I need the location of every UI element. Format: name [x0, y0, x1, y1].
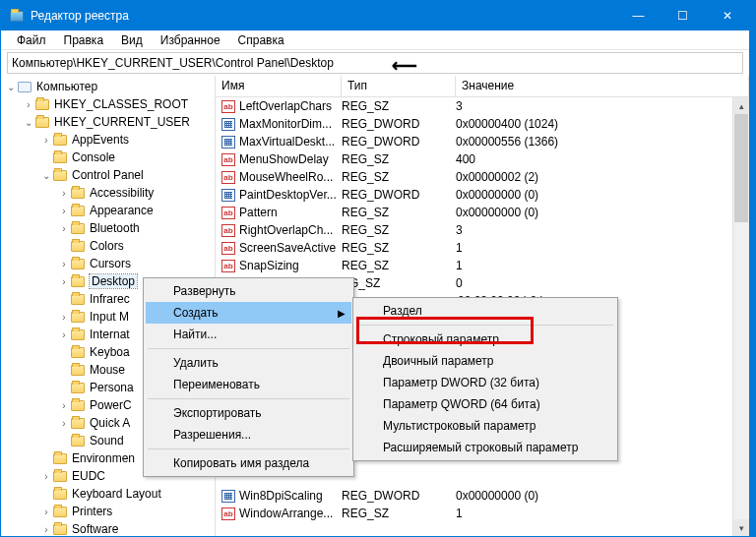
expand-icon[interactable]: ⌄: [23, 117, 34, 128]
expand-icon[interactable]: ›: [40, 507, 52, 517]
menu-item[interactable]: Создать▶: [146, 302, 351, 324]
tree-node[interactable]: ⌄HKEY_CURRENT_USER: [1, 113, 215, 131]
menu-item-label: Параметр QWORD (64 бита): [383, 397, 540, 411]
col-type[interactable]: Тип: [342, 76, 456, 96]
menu-item[interactable]: Раздел: [355, 300, 615, 322]
list-row[interactable]: abMouseWheelRo...REG_SZ0x00000002 (2): [216, 168, 749, 186]
menubar: Файл Правка Вид Избранное Справка: [1, 30, 749, 50]
tree-node[interactable]: ›Software: [1, 520, 215, 536]
list-row[interactable]: abMenuShowDelayREG_SZ400: [216, 150, 749, 168]
list-row[interactable]: abWindowArrange...REG_SZ1: [216, 505, 749, 522]
expand-icon[interactable]: ›: [40, 135, 52, 146]
tree-node[interactable]: ›Accessibility: [1, 184, 215, 202]
menu-help[interactable]: Справка: [230, 32, 292, 48]
list-row[interactable]: abScreenSaveActiveREG_SZ1: [216, 239, 749, 257]
menu-file[interactable]: Файл: [9, 32, 54, 48]
menu-item[interactable]: Найти...: [146, 324, 351, 345]
col-name[interactable]: Имя: [216, 76, 342, 96]
menu-item[interactable]: Двоичный параметр: [355, 350, 615, 372]
tree-node[interactable]: ⌄Компьютер: [1, 78, 215, 95]
expand-icon[interactable]: ›: [58, 259, 70, 269]
tree-label: Printers: [72, 505, 112, 518]
menu-item[interactable]: Копировать имя раздела: [146, 452, 351, 474]
address-bar[interactable]: Компьютер\HKEY_CURRENT_USER\Control Pane…: [7, 52, 743, 74]
list-row[interactable]: PaintDesktopVer...REG_DWORD0x00000000 (0…: [216, 186, 749, 204]
expand-icon[interactable]: ›: [58, 223, 70, 234]
list-row[interactable]: abSnapSizingREG_SZ1: [216, 257, 749, 274]
context-menu-submenu[interactable]: РазделСтроковый параметрДвоичный парамет…: [352, 297, 618, 461]
row-type: REG_SZ: [342, 223, 456, 237]
expand-icon[interactable]: ⌄: [40, 170, 52, 181]
menu-favorites[interactable]: Избранное: [153, 32, 228, 48]
menu-item[interactable]: Разрешения...: [146, 424, 351, 446]
tree-node[interactable]: Keyboard Layout: [1, 485, 215, 503]
menu-item-label: Экспортировать: [173, 406, 262, 420]
menu-item[interactable]: Расширяемый строковый параметр: [355, 437, 615, 458]
reg-sz-icon: ab: [221, 100, 235, 113]
expand-icon[interactable]: ⌄: [5, 82, 17, 92]
window-title: Редактор реестра: [31, 9, 616, 23]
tree-label: Persona: [90, 381, 134, 394]
expand-icon[interactable]: ›: [40, 471, 52, 482]
expand-icon[interactable]: ›: [40, 524, 52, 535]
tree-node[interactable]: ›Appearance: [1, 202, 215, 219]
expand-icon[interactable]: ›: [58, 400, 70, 411]
folder-icon: [53, 522, 69, 536]
expand-icon[interactable]: ›: [58, 206, 70, 216]
menu-item[interactable]: Удалить: [146, 352, 351, 374]
list-header: Имя Тип Значение: [216, 76, 749, 97]
expand-icon[interactable]: ›: [58, 418, 70, 429]
menu-item[interactable]: Параметр QWORD (64 бита): [355, 393, 615, 415]
close-button[interactable]: ✕: [705, 1, 749, 30]
menu-edit[interactable]: Правка: [56, 32, 112, 48]
tree-node[interactable]: Colors: [1, 237, 215, 255]
tree-label: PowerC: [90, 398, 132, 412]
tree-node[interactable]: ›Cursors: [1, 255, 215, 272]
menu-item[interactable]: Параметр DWORD (32 бита): [355, 372, 615, 393]
tree-node[interactable]: ›AppEvents: [1, 131, 215, 149]
tree-label: Console: [72, 150, 115, 164]
row-value: 400: [456, 152, 749, 166]
menu-view[interactable]: Вид: [113, 32, 151, 48]
list-row[interactable]: abLeftOverlapCharsREG_SZ3: [216, 97, 749, 115]
menu-item-label: Расширяемый строковый параметр: [383, 441, 578, 454]
tree-node[interactable]: ›Bluetooth: [1, 219, 215, 237]
scroll-thumb[interactable]: [734, 114, 748, 222]
minimize-button[interactable]: —: [616, 1, 661, 30]
tree-node[interactable]: ⌄Control Panel: [1, 166, 215, 184]
list-row[interactable]: Win8DpiScalingREG_DWORD0x00000000 (0): [216, 487, 749, 505]
row-value: 0: [456, 276, 749, 290]
menu-item[interactable]: Экспортировать: [146, 402, 351, 424]
menu-item[interactable]: Развернуть: [146, 280, 351, 302]
context-menu-primary[interactable]: РазвернутьСоздать▶Найти...УдалитьПереиме…: [143, 277, 354, 477]
folder-icon: [53, 168, 69, 182]
scrollbar-vertical[interactable]: ▴ ▾: [732, 97, 749, 536]
scroll-down-icon[interactable]: ▾: [733, 519, 749, 536]
menu-item-label: Создать: [173, 306, 219, 320]
expand-icon[interactable]: ›: [58, 329, 70, 340]
expand-icon[interactable]: ›: [23, 99, 34, 110]
row-value: 0x00000556 (1366): [456, 135, 749, 149]
expand-icon[interactable]: ›: [58, 276, 70, 287]
expand-icon[interactable]: ›: [58, 312, 70, 323]
list-row[interactable]: MaxMonitorDim...REG_DWORD0x00000400 (102…: [216, 115, 749, 133]
folder-icon: [71, 381, 87, 394]
expand-icon[interactable]: ›: [58, 188, 70, 199]
titlebar[interactable]: Редактор реестра — ☐ ✕: [1, 1, 749, 30]
scroll-up-icon[interactable]: ▴: [733, 97, 749, 114]
row-value: 1: [456, 507, 749, 520]
maximize-button[interactable]: ☐: [661, 1, 705, 30]
menu-item[interactable]: Переименовать: [146, 374, 351, 395]
list-row[interactable]: abRightOverlapCh...REG_SZ3: [216, 221, 749, 239]
list-row[interactable]: abPatternREG_SZ0x00000000 (0): [216, 204, 749, 221]
menu-item[interactable]: Мультистроковый параметр: [355, 415, 615, 437]
tree-node[interactable]: Console: [1, 149, 215, 166]
row-type: REG_DWORD: [342, 188, 456, 202]
address-text: Компьютер\HKEY_CURRENT_USER\Control Pane…: [12, 56, 334, 70]
tree-node[interactable]: ›Printers: [1, 503, 215, 520]
col-value[interactable]: Значение: [456, 76, 749, 96]
tree-label: Internat: [90, 328, 130, 341]
list-row[interactable]: MaxVirtualDeskt...REG_DWORD0x00000556 (1…: [216, 133, 749, 150]
tree-node[interactable]: ›HKEY_CLASSES_ROOT: [1, 95, 215, 113]
menu-item[interactable]: Строковый параметр: [355, 328, 615, 350]
